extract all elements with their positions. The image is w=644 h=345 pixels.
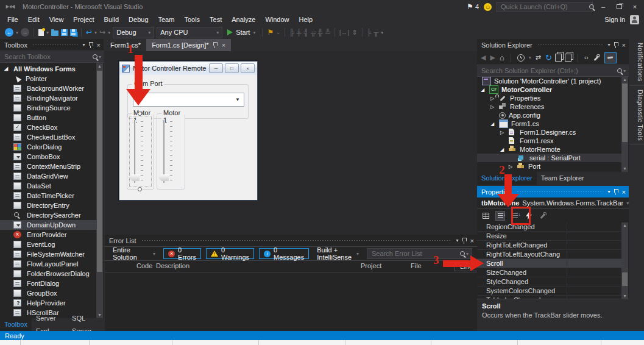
toolbox-item-datagridview[interactable]: DataGridView <box>0 171 96 181</box>
toolbox-search-input[interactable] <box>3 52 92 61</box>
toolbox-item-filesystemwatcher[interactable]: FileSystemWatcher <box>0 249 96 259</box>
menu-build[interactable]: Build <box>99 14 124 25</box>
configuration-dropdown[interactable]: Debug ▾ <box>113 27 154 38</box>
error-list-search-input[interactable] <box>370 249 459 258</box>
toolbox-item-flowlayoutpanel[interactable]: FlowLayoutPanel <box>0 259 96 269</box>
back-icon[interactable]: ◀ <box>481 54 486 62</box>
sign-in-link[interactable]: Sign in <box>604 16 625 23</box>
undo-icon[interactable]: ↩ <box>86 29 92 36</box>
toolbox-item-folderbrowserdialog[interactable]: FolderBrowserDialog <box>0 269 96 279</box>
motor-right-groupbox[interactable]: Motor 1 <box>157 113 185 190</box>
property-pages-icon[interactable] <box>539 212 547 220</box>
toolbox-item-backgroundworker[interactable]: BackgroundWorker <box>0 84 96 93</box>
scrollbar-thumb[interactable] <box>97 71 102 272</box>
start-debugging-button[interactable]: Start ▾ <box>225 29 258 36</box>
toolbox-item-bindingnavigator[interactable]: BindingNavigator <box>0 93 96 103</box>
scroll-up-icon[interactable]: ▲ <box>96 63 103 69</box>
menu-tools[interactable]: Tools <box>179 14 205 25</box>
toolbar-overflow-icon[interactable]: ⌄ <box>276 30 280 35</box>
preview-selected-items-toggle[interactable] <box>604 52 617 63</box>
toolbox-group-all-windows-forms[interactable]: ◢ All Windows Forms <box>0 63 96 74</box>
tree-item-form1-cs[interactable]: ◢ Form1.cs <box>477 119 621 128</box>
tree-item-motorcontroller-project[interactable]: ◢ C# MotorController <box>477 85 621 94</box>
event-row-righttoleftchanged[interactable]: RightToLeftChanged <box>477 241 621 250</box>
events-scrollbar[interactable]: ▲ ▼ <box>621 222 628 299</box>
undo-dropdown-icon[interactable]: ▾ <box>94 30 97 35</box>
selection-handle-top[interactable] <box>138 112 142 116</box>
pin-icon[interactable] <box>614 42 618 46</box>
window-position-icon[interactable]: ▾ <box>608 42 610 48</box>
event-row-sizechanged[interactable]: SizeChanged <box>477 268 621 277</box>
toolbox-item-checkbox[interactable]: CheckBox <box>0 123 96 132</box>
solution-explorer-header[interactable]: Solution Explorer ▾ × <box>477 39 629 51</box>
tree-item-form1-designer-cs[interactable]: ▷ Form1.Designer.cs <box>477 128 621 137</box>
menu-team[interactable]: Team <box>154 14 180 25</box>
warnings-filter-button[interactable]: 0 Warnings <box>206 248 254 259</box>
navigate-forward-icon[interactable]: → <box>21 28 29 37</box>
toolbox-item-button[interactable]: Button <box>0 113 96 123</box>
scroll-up-icon[interactable]: ▲ <box>621 222 628 229</box>
scroll-up-icon[interactable]: ▲ <box>621 77 628 83</box>
home-icon[interactable]: ⌂ <box>500 53 504 62</box>
redo-icon[interactable]: ↪ <box>99 29 105 36</box>
column-file[interactable]: File <box>411 262 422 269</box>
alphabetical-icon[interactable] <box>495 211 505 221</box>
close-icon[interactable]: × <box>97 41 101 49</box>
messages-filter-button[interactable]: i 0 Messages <box>259 248 309 259</box>
forward-icon[interactable]: ▶ <box>490 54 495 62</box>
categorized-icon[interactable] <box>481 212 490 220</box>
sync-with-active-document-icon[interactable]: ⇄ <box>536 54 541 62</box>
search-options-icon[interactable]: ▾ <box>466 251 469 257</box>
tree-item-solution[interactable]: Solution 'MotorController' (1 project) <box>477 77 621 85</box>
error-list-search-box[interactable]: ▾ <box>367 248 472 259</box>
toolbox-item-datetimepicker[interactable]: DateTimePicker <box>0 191 96 201</box>
toolbox-item-colordialog[interactable]: ColorDialog <box>0 142 96 152</box>
menu-file[interactable]: File <box>2 14 23 25</box>
platform-dropdown[interactable]: Any CPU ▾ <box>157 27 222 38</box>
solution-explorer-scrollbar[interactable]: ▲ ▼ <box>621 77 628 172</box>
quick-launch-input[interactable] <box>500 2 589 11</box>
scrollbar-thumb[interactable] <box>622 84 628 142</box>
column-project[interactable]: Project <box>361 262 381 269</box>
tree-item-properties[interactable]: ▷ Properties <box>477 94 621 102</box>
errors-filter-button[interactable]: × 0 Errors <box>163 248 201 259</box>
event-row-scroll[interactable]: Scroll <box>477 259 621 268</box>
event-row-stylechanged[interactable]: StyleChanged <box>477 277 621 286</box>
menu-test[interactable]: Test <box>205 14 227 25</box>
menu-project[interactable]: Project <box>68 14 99 25</box>
toolbox-item-contextmenustrip[interactable]: ContextMenuStrip <box>0 162 96 171</box>
open-file-icon[interactable] <box>51 30 58 36</box>
event-row-regionchanged[interactable]: RegionChanged <box>477 222 621 232</box>
selection-handle-bottom[interactable] <box>138 187 142 191</box>
toolbox-item-directorysearcher[interactable]: DirectorySearcher <box>0 210 96 220</box>
toolbar-options-icon[interactable]: ▾ <box>381 30 383 35</box>
close-icon[interactable]: × <box>470 237 474 244</box>
form-designer-surface[interactable]: Motor Controller Remote ─ □ × Com Port ▼… <box>105 51 477 235</box>
pin-icon[interactable] <box>462 238 467 241</box>
tab-toolbox[interactable]: Toolbox <box>0 318 32 331</box>
close-button[interactable]: × <box>629 3 640 10</box>
search-options-icon[interactable]: ▾ <box>99 54 101 60</box>
new-dropdown-icon[interactable]: ▾ <box>46 30 49 35</box>
scope-dropdown[interactable]: Entire Solution ▾ <box>110 249 158 258</box>
save-icon[interactable] <box>61 29 68 36</box>
event-row-righttoleftlayoutchanged[interactable]: RightToLeftLayoutChang <box>477 250 621 259</box>
toolbox-item-combobox[interactable]: ComboBox <box>0 152 96 162</box>
tree-item-motorremote[interactable]: ◢ MotorRemote <box>477 145 621 154</box>
tab-form1-design[interactable]: Form1.cs [Design]* × <box>146 39 231 51</box>
toolbox-item-pointer[interactable]: Pointer <box>0 74 96 84</box>
trackbar-thumb[interactable] <box>158 174 169 181</box>
tab-notifications[interactable]: Notifications <box>630 39 644 86</box>
menu-window[interactable]: Window <box>260 14 294 25</box>
toolbox-item-errorprovider[interactable]: ErrorProvider <box>0 230 96 240</box>
scroll-down-icon[interactable]: ▼ <box>621 166 628 172</box>
toolbox-item-directoryentry[interactable]: DirectoryEntry <box>0 201 96 210</box>
build-intellisense-dropdown[interactable]: Build + IntelliSense ▾ <box>314 249 362 258</box>
close-icon[interactable]: × <box>622 41 626 49</box>
toolbox-item-domainupdown[interactable]: DomainUpDown <box>0 220 96 230</box>
solution-explorer-search-box[interactable]: ▾ <box>477 65 629 77</box>
menu-analyze[interactable]: Analyze <box>227 14 260 25</box>
pending-changes-icon[interactable] <box>517 54 525 62</box>
pending-changes-dropdown-icon[interactable]: ▾ <box>529 55 531 60</box>
notifications-count[interactable]: 4 <box>475 3 479 10</box>
